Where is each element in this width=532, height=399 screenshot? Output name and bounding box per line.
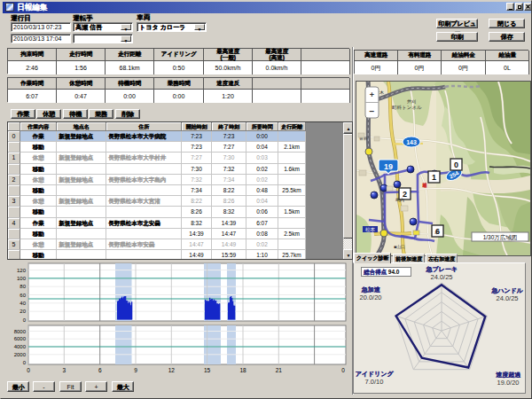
svg-text:2000: 2000 <box>14 352 27 357</box>
svg-text:143: 143 <box>406 139 417 145</box>
svg-text:21: 21 <box>276 367 283 373</box>
svg-text:井刈: 井刈 <box>407 98 416 105</box>
svg-text:100: 100 <box>17 276 27 281</box>
svg-text:18: 18 <box>239 367 246 373</box>
svg-text:20: 20 <box>20 309 26 314</box>
svg-text:0: 0 <box>27 367 30 373</box>
svg-text:0: 0 <box>341 367 345 373</box>
svg-text:島内: 島内 <box>395 197 404 202</box>
svg-text:1/30万広域図: 1/30万広域図 <box>483 234 518 240</box>
svg-text:60: 60 <box>20 293 26 298</box>
svg-text:町科トンネル: 町科トンネル <box>392 105 422 110</box>
svg-text:本: 本 <box>434 230 439 235</box>
svg-text:松本: 松本 <box>365 227 376 232</box>
svg-text:0: 0 <box>23 317 27 323</box>
svg-text:8000: 8000 <box>14 329 27 334</box>
svg-text:4000: 4000 <box>14 344 27 349</box>
svg-text:3: 3 <box>62 367 66 373</box>
svg-text:15: 15 <box>204 367 211 373</box>
svg-text:80: 80 <box>20 284 26 289</box>
svg-text:40: 40 <box>20 301 26 306</box>
svg-text:9: 9 <box>134 367 137 373</box>
svg-text:+: + <box>370 90 374 99</box>
svg-text:6: 6 <box>98 367 102 373</box>
svg-text:0: 0 <box>23 360 27 365</box>
svg-text:■山口: ■山口 <box>394 244 405 250</box>
svg-text:1: 1 <box>432 173 436 182</box>
svg-text:−: − <box>370 106 375 116</box>
svg-text:0: 0 <box>454 160 458 169</box>
svg-text:19: 19 <box>384 162 393 171</box>
svg-text:12: 12 <box>168 367 176 373</box>
svg-text:120: 120 <box>17 268 27 273</box>
svg-text:6000: 6000 <box>14 336 27 341</box>
